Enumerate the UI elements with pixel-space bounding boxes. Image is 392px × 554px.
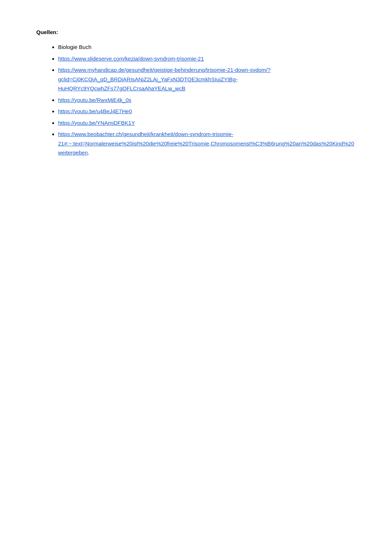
list-item: https://www.myhandicap.de/gesundheit/gei… [58, 65, 356, 93]
list-item: Biologie Buch [58, 42, 356, 52]
source-link[interactable]: https://youtu.be/u4BeJ4E7He0 [58, 108, 132, 114]
list-item: https://youtu.be/YNAmiDFBK1Y [58, 118, 356, 128]
list-item: https://youtu.be/RwxMjE4k_0s [58, 95, 356, 105]
source-link[interactable]: https://youtu.be/RwxMjE4k_0s [58, 97, 131, 103]
source-link[interactable]: https://www.beobachter.ch/gesundheit/kra… [58, 131, 354, 156]
sources-list: Biologie Buch https://www.slideserve.com… [36, 42, 356, 157]
list-item: https://youtu.be/u4BeJ4E7He0 [58, 107, 356, 116]
source-link[interactable]: https://youtu.be/YNAmiDFBK1Y [58, 120, 135, 126]
source-link[interactable]: https://www.slideserve.com/kezia/down-sy… [58, 56, 204, 62]
page-container: Quellen: Biologie Buch https://www.slide… [0, 0, 392, 189]
list-item: https://www.slideserve.com/kezia/down-sy… [58, 54, 356, 63]
source-link[interactable]: https://www.myhandicap.de/gesundheit/gei… [58, 67, 270, 91]
item-text: Biologie Buch [58, 44, 91, 50]
trailing-period: . [88, 149, 89, 156]
sources-heading: Quellen: [36, 29, 356, 35]
list-item: https://www.beobachter.ch/gesundheit/kra… [58, 130, 356, 157]
